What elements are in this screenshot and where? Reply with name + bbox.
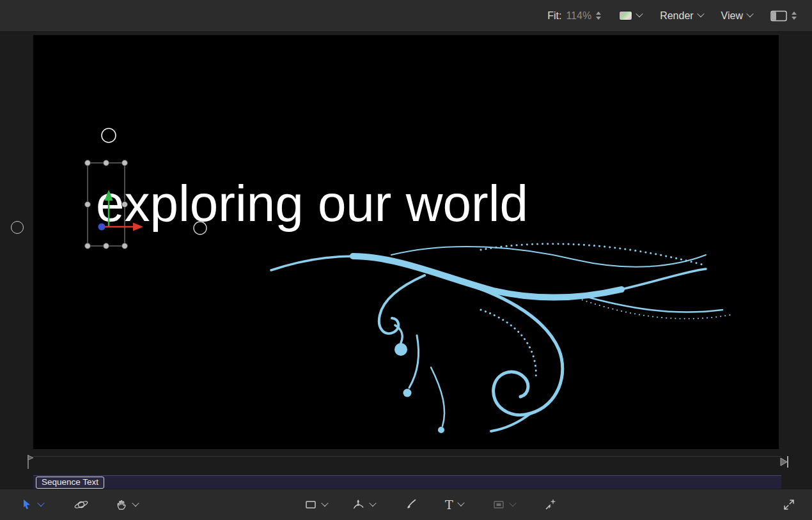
render-menu[interactable]: Render — [660, 10, 703, 22]
window-layout-icon[interactable] — [770, 10, 787, 22]
adjust-glyph-tool[interactable] — [544, 498, 557, 511]
color-channels-icon[interactable] — [619, 11, 632, 20]
rectangle-icon[interactable] — [304, 498, 317, 511]
x-axis-arrow[interactable] — [104, 223, 143, 231]
image-mask-icon[interactable] — [492, 498, 505, 511]
pan-tool[interactable] — [115, 498, 138, 511]
paint-stroke-tool[interactable] — [405, 498, 418, 511]
canvas-overlay — [33, 35, 779, 449]
chevron-down-icon[interactable] — [509, 499, 516, 506]
orbit-3d-tool[interactable] — [74, 498, 89, 512]
expand-arrows-icon[interactable] — [783, 498, 795, 511]
chevron-down-icon[interactable] — [37, 499, 44, 506]
anchor-circle-middle[interactable] — [194, 222, 207, 234]
app-window: Fit: 114% Render View exploring our worl… — [0, 0, 812, 520]
select-arrow-icon[interactable] — [20, 498, 33, 511]
play-range-out-marker-icon[interactable] — [779, 455, 790, 468]
zoom-control[interactable]: Fit: 114% — [547, 10, 601, 22]
window-layout-control[interactable] — [770, 10, 797, 22]
chevron-down-icon[interactable] — [697, 10, 704, 17]
view-menu[interactable]: View — [721, 10, 753, 22]
tools-toolbar: T — [0, 489, 812, 520]
play-range-strip — [0, 449, 812, 475]
channels-control[interactable] — [619, 11, 642, 20]
render-label: Render — [660, 10, 693, 22]
chevron-down-icon[interactable] — [321, 499, 328, 506]
select-tool[interactable] — [20, 498, 43, 511]
window-layout-stepper-icon[interactable] — [792, 11, 797, 20]
rectangle-tool[interactable] — [304, 498, 327, 511]
bezier-pen-icon[interactable] — [352, 498, 365, 511]
anchor-circle-top[interactable] — [102, 128, 116, 142]
mask-tool[interactable] — [492, 498, 515, 511]
chevron-down-icon[interactable] — [132, 499, 139, 506]
orbit-3d-icon[interactable] — [74, 498, 89, 512]
zoom-value[interactable]: 114% — [566, 10, 591, 22]
timeline-track-label[interactable]: Sequence Text — [36, 477, 104, 489]
fit-label: Fit: — [547, 10, 561, 22]
pan-hand-icon[interactable] — [115, 498, 128, 511]
swirl-flourish-graphic[interactable] — [271, 244, 730, 433]
selection-handles[interactable] — [85, 160, 128, 249]
timeline-track-bar[interactable]: Sequence Text — [33, 475, 781, 489]
chevron-down-icon[interactable] — [457, 499, 464, 506]
zoom-stepper-icon[interactable] — [596, 11, 601, 20]
chevron-down-icon[interactable] — [369, 499, 376, 506]
chevron-down-icon[interactable] — [636, 10, 643, 17]
chevron-down-icon[interactable] — [746, 10, 753, 17]
expand-canvas-control[interactable] — [783, 498, 795, 511]
play-range-in-marker-icon[interactable] — [26, 454, 35, 470]
text-tool[interactable]: T — [445, 499, 464, 511]
sparkle-adjust-icon[interactable] — [544, 498, 557, 511]
range-track-line — [33, 456, 781, 457]
canvas-toolbar: Fit: 114% Render View — [0, 0, 812, 32]
view-label: View — [721, 10, 743, 22]
selection-bounding-box[interactable] — [85, 160, 128, 249]
anchor-circle-left[interactable] — [11, 221, 24, 234]
origin-point-handle[interactable] — [98, 224, 105, 231]
paint-brush-icon[interactable] — [405, 498, 418, 511]
bezier-tool[interactable] — [352, 498, 375, 511]
text-tool-icon[interactable]: T — [445, 499, 453, 511]
canvas-viewport[interactable]: exploring our world — [33, 35, 779, 449]
y-axis-arrow[interactable] — [105, 190, 113, 226]
